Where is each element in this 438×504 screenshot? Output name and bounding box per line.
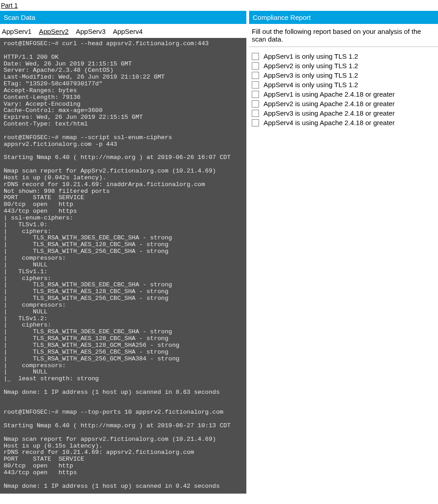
compliance-checkbox[interactable] (252, 119, 259, 126)
compliance-instruction: Fill out the following report based on y… (249, 24, 438, 47)
compliance-checklist: AppServ1 is only using TLS 1.2AppServ2 i… (249, 47, 438, 132)
compliance-item: AppServ3 is only using TLS 1.2 (252, 70, 435, 80)
tab-appserv1[interactable]: AppServ1 (2, 28, 32, 35)
compliance-header: Compliance Report (249, 11, 438, 24)
compliance-checkbox[interactable] (252, 72, 259, 79)
compliance-item-label: AppServ3 is only using TLS 1.2 (264, 71, 358, 79)
scan-data-panel: Scan Data AppServ1AppServ2AppServ3AppSer… (0, 11, 246, 494)
compliance-item-label: AppServ2 is only using TLS 1.2 (264, 62, 358, 70)
compliance-item-label: AppServ4 is only using TLS 1.2 (264, 81, 358, 89)
compliance-item: AppServ2 is only using TLS 1.2 (252, 61, 435, 70)
compliance-checkbox[interactable] (252, 81, 259, 89)
compliance-panel: Compliance Report Fill out the following… (249, 11, 438, 494)
compliance-checkbox[interactable] (252, 100, 259, 107)
main-columns: Scan Data AppServ1AppServ2AppServ3AppSer… (0, 11, 438, 494)
compliance-item-label: AppServ1 is only using TLS 1.2 (264, 52, 358, 60)
compliance-item: AppServ2 is using Apache 2.4.18 or great… (252, 99, 435, 108)
compliance-item: AppServ4 is using Apache 2.4.18 or great… (252, 118, 435, 127)
compliance-item-label: AppServ4 is using Apache 2.4.18 or great… (264, 119, 395, 126)
compliance-checkbox[interactable] (252, 53, 259, 60)
compliance-item: AppServ1 is only using TLS 1.2 (252, 51, 435, 61)
compliance-item: AppServ1 is using Apache 2.4.18 or great… (252, 89, 435, 99)
tab-appserv2[interactable]: AppServ2 (39, 28, 69, 35)
tab-appserv3[interactable]: AppServ3 (76, 28, 106, 35)
compliance-item-label: AppServ1 is using Apache 2.4.18 or great… (264, 90, 395, 98)
scan-data-header: Scan Data (0, 11, 246, 24)
compliance-checkbox[interactable] (252, 91, 259, 98)
compliance-item: AppServ3 is using Apache 2.4.18 or great… (252, 108, 435, 118)
terminal-output: root@INFOSEC:~# curl --head appsrv2.fict… (0, 38, 246, 494)
part-label: Part 1 (0, 0, 438, 11)
compliance-checkbox[interactable] (252, 62, 259, 70)
compliance-checkbox[interactable] (252, 110, 259, 117)
compliance-item-label: AppServ2 is using Apache 2.4.18 or great… (264, 100, 395, 107)
tab-appserv4[interactable]: AppServ4 (113, 28, 143, 35)
compliance-item-label: AppServ3 is using Apache 2.4.18 or great… (264, 109, 395, 117)
server-tabs: AppServ1AppServ2AppServ3AppServ4 (0, 24, 246, 38)
compliance-item: AppServ4 is only using TLS 1.2 (252, 80, 435, 89)
